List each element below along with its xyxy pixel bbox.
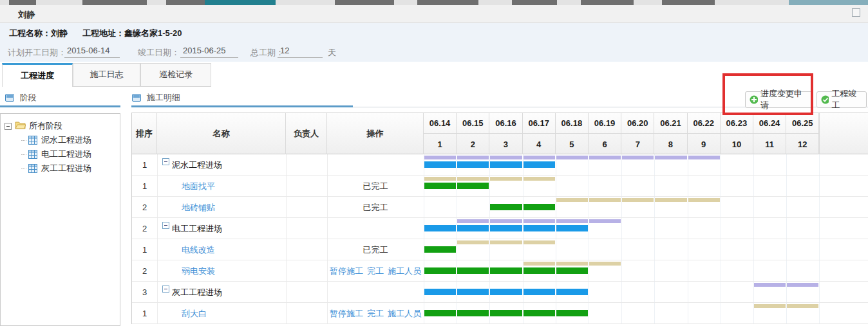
plus-circle-icon: [750, 95, 758, 104]
tree-collapse-toggle-icon[interactable]: [5, 123, 12, 130]
progress-change-request-button[interactable]: 进度变更申请: [745, 91, 813, 108]
tab-project-progress[interactable]: 工程进度: [2, 63, 73, 87]
gantt-bar-stage_plan-segment: [490, 219, 522, 223]
tree-item-stage[interactable]: 泥水工程进场: [21, 133, 116, 147]
gantt-bar-stage_plan-segment: [589, 219, 621, 223]
gantt-bar-stage_actual-segment: [490, 161, 522, 168]
tab-construction-log[interactable]: 施工日志: [73, 63, 140, 87]
gantt-bar-stage_plan-segment: [754, 283, 786, 287]
gantt-day-number-cell: 4: [523, 134, 556, 154]
gantt-row: 1电线改造已完工: [132, 239, 868, 260]
clipped-menu-segment: [789, 0, 868, 5]
tree-connector: [21, 140, 26, 141]
project-complete-label: 工程竣工: [831, 88, 861, 111]
gantt-bar-task_actual-segment: [490, 310, 522, 316]
row-name-cell: 灰工工程进场: [157, 282, 286, 303]
gantt-bar-task_plan-segment: [556, 198, 588, 202]
gantt-row: 1泥水工程进场: [132, 154, 868, 176]
tree-item-label: 电工工程进场: [41, 149, 91, 160]
gantt-day-number-cell: 5: [556, 134, 589, 154]
clipped-menu-segment: [82, 0, 147, 5]
gantt-day-number-cell: 3: [489, 134, 522, 154]
gantt-bar-stage_plan-segment: [556, 219, 588, 223]
op-link[interactable]: 完工: [367, 266, 384, 277]
task-name-link[interactable]: 电线改造: [182, 244, 215, 256]
check-circle-icon: [821, 95, 829, 104]
op-link[interactable]: 施工人员: [388, 266, 421, 277]
planned-start-input[interactable]: 2015-06-14: [64, 46, 120, 58]
gantt-bar-task_actual-segment: [424, 246, 456, 253]
op-link[interactable]: 暂停施工: [330, 266, 363, 277]
stage-name: 泥水工程进场: [172, 159, 222, 171]
gantt-day-number-cell: 11: [753, 134, 786, 154]
tree-item-label: 灰工工程进场: [41, 163, 91, 174]
ops-wrap: 已完工: [327, 244, 424, 256]
stage-name: 电工工程进场: [172, 223, 222, 235]
task-name-link[interactable]: 地砖铺贴: [182, 202, 215, 213]
gantt-bar-task_plan-segment: [622, 198, 654, 202]
gantt-bar-task_actual-segment: [556, 310, 588, 316]
row-order-cell: 1: [132, 239, 157, 260]
gantt-row: 3灰工工程进场: [132, 282, 868, 303]
gantt-column-header: 排序: [132, 113, 157, 154]
op-link[interactable]: 完工: [367, 308, 384, 320]
panel-icon: [132, 94, 141, 104]
row-name-cell: 刮大白: [157, 303, 286, 324]
status-text: 已完工: [363, 202, 388, 213]
collapse-toggle-icon[interactable]: [162, 222, 169, 229]
project-address-value: 鑫缘名家1-5-20: [124, 28, 182, 38]
row-name-cell: 电线改造: [157, 239, 286, 260]
gantt-date-cell: 06.24: [753, 113, 786, 134]
row-order-cell: 1: [132, 154, 157, 176]
gantt-bar-task_plan-segment: [688, 198, 720, 202]
task-name-link[interactable]: 弱电安装: [182, 266, 215, 277]
clipped-top-menu-strip: [0, 0, 868, 5]
gantt-bar-stage_plan-segment: [556, 156, 588, 159]
detail-panel-underline: [131, 105, 353, 107]
project-complete-button[interactable]: 工程竣工: [816, 91, 867, 108]
task-name-link[interactable]: 地面找平: [182, 181, 215, 192]
gantt-date-cell: 06.14: [424, 113, 457, 134]
collapse-toggle-icon[interactable]: [162, 285, 169, 293]
tree-item-label: 泥水工程进场: [41, 134, 91, 146]
ops-wrap: 暂停施工完工施工人员: [327, 308, 424, 320]
gantt-bar-task_plan-segment: [787, 304, 818, 308]
gantt-row: 2地砖铺贴已完工: [132, 197, 868, 218]
collapse-toggle-icon[interactable]: [162, 158, 169, 165]
project-name: 工程名称：刘静: [9, 28, 68, 39]
completion-date-input[interactable]: 2015-06-25: [180, 46, 238, 58]
tree-item-stage[interactable]: 电工工程进场: [21, 147, 116, 161]
row-order-cell: 3: [132, 282, 157, 303]
gantt-date-cell: 06.16: [489, 113, 522, 134]
gantt-day-number-cell: 6: [589, 134, 621, 154]
gantt-row: 2电工工程进场: [132, 218, 868, 239]
ops-wrap: 已完工: [327, 181, 424, 192]
tree-item-stage[interactable]: 灰工工程进场: [21, 161, 116, 176]
op-link[interactable]: 暂停施工: [330, 308, 363, 320]
row-order-cell: 2: [132, 218, 157, 239]
op-link[interactable]: 施工人员: [388, 308, 421, 320]
row-name-cell: 泥水工程进场: [157, 154, 286, 176]
gantt-bar-stage_actual-segment: [490, 225, 522, 231]
row-name-cell: 弱电安装: [157, 260, 286, 282]
clipped-menu-segment: [581, 0, 634, 5]
task-name-link[interactable]: 刮大白: [182, 308, 207, 320]
duration-input[interactable]: 12: [278, 46, 323, 58]
detail-panel-header: 施工明细: [132, 92, 180, 105]
gantt-bar-stage_plan-segment: [655, 156, 686, 159]
gantt-bar-stage_actual-segment: [457, 161, 489, 168]
tab-inspection-record[interactable]: 巡检记录: [140, 63, 211, 87]
gantt-bar-stage_actual-segment: [457, 225, 489, 231]
window-title-bar: 刘静: [0, 5, 868, 23]
gantt-bar-task_plan-segment: [556, 262, 588, 266]
row-owner-cell: [286, 176, 327, 197]
row-name-cell: 地面找平: [157, 176, 286, 197]
maximize-icon[interactable]: [852, 8, 860, 17]
tree-root-item[interactable]: 所有阶段: [5, 119, 116, 133]
row-owner-cell: [286, 260, 327, 282]
gantt-bar-task_actual-segment: [424, 183, 456, 189]
gantt-bar-stage_actual-segment: [424, 161, 456, 168]
gantt-bar-task_plan-segment: [589, 262, 621, 266]
row-order-cell: 2: [132, 260, 157, 282]
clipped-menu-segment: [9, 0, 36, 5]
